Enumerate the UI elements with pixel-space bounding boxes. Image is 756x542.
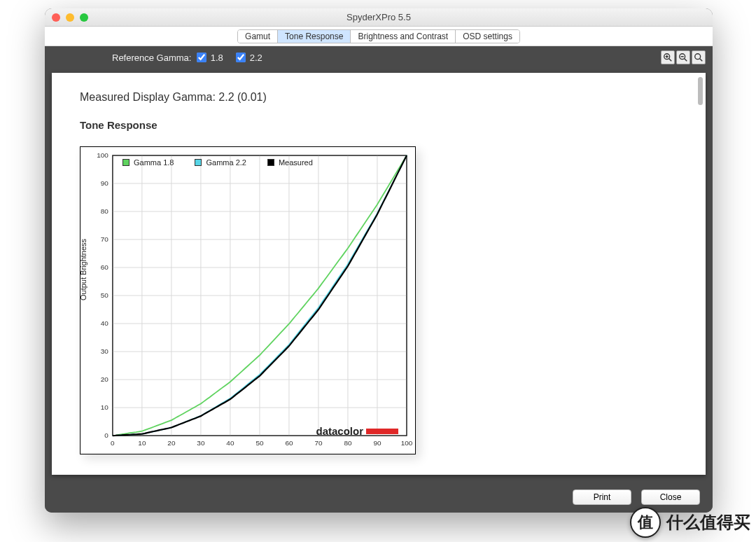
svg-text:70: 70 [314, 439, 323, 447]
svg-text:30: 30 [101, 347, 109, 355]
options-bar: Reference Gamma: 1.8 2.2 [45, 46, 713, 69]
tab-tone-response[interactable]: Tone Response [278, 30, 351, 43]
tone-response-chart: Output Brightness Gamma 1.8 Gamma 2.2 Me… [80, 146, 416, 454]
svg-text:50: 50 [255, 439, 264, 447]
site-watermark: 值 什么值得买 [630, 507, 750, 538]
zoom-tools [661, 50, 706, 64]
gamma-1-8-checkbox[interactable]: 1.8 [197, 53, 223, 63]
window-controls [52, 13, 88, 22]
svg-text:60: 60 [101, 263, 109, 271]
close-icon[interactable] [52, 13, 60, 22]
tab-osd-settings[interactable]: OSD settings [456, 30, 519, 43]
svg-point-7 [695, 54, 701, 60]
svg-line-1 [669, 59, 672, 62]
gamma-2-2-checkbox[interactable]: 2.2 [236, 53, 262, 63]
watermark-text: 什么值得买 [666, 511, 750, 534]
gamma-2-2-input[interactable] [236, 53, 246, 62]
footer: Print Close [45, 482, 713, 513]
tab-segmented-control: Gamut Tone Response Brightness and Contr… [237, 29, 520, 43]
svg-text:0: 0 [111, 439, 115, 447]
gamma-2-2-label: 2.2 [250, 53, 262, 63]
content-wrap: Measured Display Gamma: 2.2 (0.01) Tone … [45, 69, 713, 482]
svg-text:20: 20 [167, 439, 176, 447]
svg-text:80: 80 [344, 439, 352, 447]
svg-text:100: 100 [97, 151, 108, 159]
window-title: SpyderXPro 5.5 [45, 12, 713, 22]
close-button[interactable]: Close [641, 489, 700, 505]
legend-item-measured: Measured [267, 158, 313, 167]
chart-legend: Gamma 1.8 Gamma 2.2 Measured [122, 158, 313, 167]
svg-text:20: 20 [101, 375, 109, 383]
svg-text:90: 90 [101, 179, 109, 187]
svg-line-8 [700, 59, 703, 62]
tabs-row: Gamut Tone Response Brightness and Contr… [45, 27, 713, 46]
titlebar: SpyderXPro 5.5 [45, 8, 713, 27]
print-button[interactable]: Print [573, 489, 631, 505]
tab-brightness-contrast[interactable]: Brightness and Contrast [351, 30, 456, 43]
chart-svg: 0102030405060708090100010203040506070809… [80, 147, 415, 454]
zoom-in-icon[interactable] [661, 50, 675, 64]
svg-text:0: 0 [104, 431, 108, 439]
svg-text:40: 40 [101, 319, 109, 327]
svg-text:10: 10 [138, 439, 146, 447]
svg-text:70: 70 [101, 235, 109, 243]
svg-text:60: 60 [285, 439, 293, 447]
maximize-icon[interactable] [80, 13, 88, 22]
svg-text:50: 50 [101, 291, 109, 299]
svg-text:30: 30 [197, 439, 205, 447]
y-axis-label: Output Brightness [79, 239, 88, 300]
scrollbar-thumb[interactable] [698, 77, 703, 105]
svg-text:80: 80 [101, 207, 109, 215]
reference-gamma-label: Reference Gamma: [112, 53, 191, 63]
svg-text:40: 40 [226, 439, 234, 447]
gamma-1-8-label: 1.8 [211, 53, 223, 63]
zoom-out-icon[interactable] [676, 50, 690, 64]
app-window: SpyderXPro 5.5 Gamut Tone Response Brigh… [45, 8, 713, 513]
chart-title: Tone Response [80, 119, 678, 131]
svg-text:100: 100 [401, 439, 413, 447]
legend-item-gamma18: Gamma 1.8 [122, 158, 174, 167]
svg-text:10: 10 [101, 403, 109, 411]
svg-line-5 [685, 59, 687, 62]
datacolor-bar-icon [366, 429, 398, 434]
watermark-badge-icon: 值 [630, 507, 661, 538]
tab-gamut[interactable]: Gamut [238, 30, 278, 43]
content-panel: Measured Display Gamma: 2.2 (0.01) Tone … [52, 73, 706, 475]
gamma-1-8-input[interactable] [197, 53, 206, 62]
zoom-fit-icon[interactable] [692, 50, 706, 64]
measured-gamma-text: Measured Display Gamma: 2.2 (0.01) [80, 91, 678, 104]
datacolor-logo: datacolor [316, 425, 398, 437]
legend-item-gamma22: Gamma 2.2 [195, 158, 246, 167]
svg-text:90: 90 [373, 439, 382, 447]
minimize-icon[interactable] [66, 13, 74, 22]
